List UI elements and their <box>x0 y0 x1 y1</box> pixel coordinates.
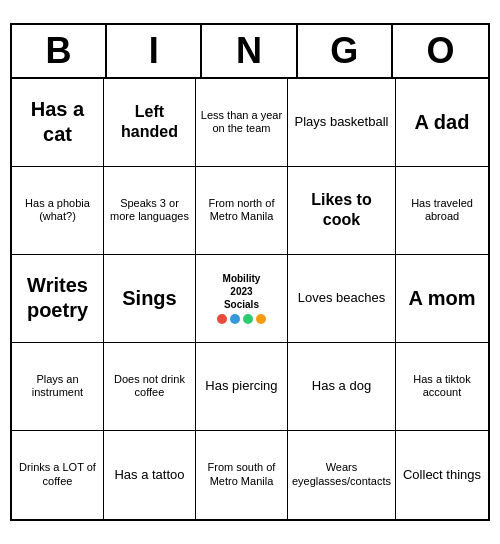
cell-1-5: A dad <box>396 79 488 167</box>
letter-b: B <box>12 25 107 77</box>
bingo-header: B I N G O <box>12 25 488 79</box>
bingo-card: B I N G O Has a cat Left handed Less tha… <box>10 23 490 521</box>
dot-2 <box>230 314 240 324</box>
dot-3 <box>243 314 253 324</box>
cell-1-4: Plays basketball <box>288 79 396 167</box>
cell-2-4: Likes to cook <box>288 167 396 255</box>
cell-4-5: Has a tiktok account <box>396 343 488 431</box>
dot-1 <box>217 314 227 324</box>
center-line1: Mobility <box>223 273 261 284</box>
cell-3-3-center: Mobility 2023 Socials <box>196 255 288 343</box>
cell-2-1: Has a phobia (what?) <box>12 167 104 255</box>
dot-4 <box>256 314 266 324</box>
letter-g: G <box>298 25 393 77</box>
cell-2-5: Has traveled abroad <box>396 167 488 255</box>
center-line3: Socials <box>224 299 259 310</box>
letter-o: O <box>393 25 488 77</box>
cell-3-2: Sings <box>104 255 196 343</box>
cell-3-1: Writes poetry <box>12 255 104 343</box>
cell-3-5: A mom <box>396 255 488 343</box>
cell-5-1: Drinks a LOT of coffee <box>12 431 104 519</box>
center-line2: 2023 <box>230 286 252 297</box>
cell-5-3: From south of Metro Manila <box>196 431 288 519</box>
cell-3-4: Loves beaches <box>288 255 396 343</box>
cell-1-1: Has a cat <box>12 79 104 167</box>
letter-i: I <box>107 25 202 77</box>
cell-4-4: Has a dog <box>288 343 396 431</box>
center-dots <box>217 314 266 324</box>
cell-5-5: Collect things <box>396 431 488 519</box>
cell-1-3: Less than a year on the team <box>196 79 288 167</box>
letter-n: N <box>202 25 297 77</box>
cell-4-1: Plays an instrument <box>12 343 104 431</box>
cell-4-3: Has piercing <box>196 343 288 431</box>
cell-2-3: From north of Metro Manila <box>196 167 288 255</box>
cell-5-4: Wears eyeglasses/contacts <box>288 431 396 519</box>
cell-4-2: Does not drink coffee <box>104 343 196 431</box>
bingo-grid: Has a cat Left handed Less than a year o… <box>12 79 488 519</box>
cell-5-2: Has a tattoo <box>104 431 196 519</box>
cell-1-2: Left handed <box>104 79 196 167</box>
cell-2-2: Speaks 3 or more languages <box>104 167 196 255</box>
